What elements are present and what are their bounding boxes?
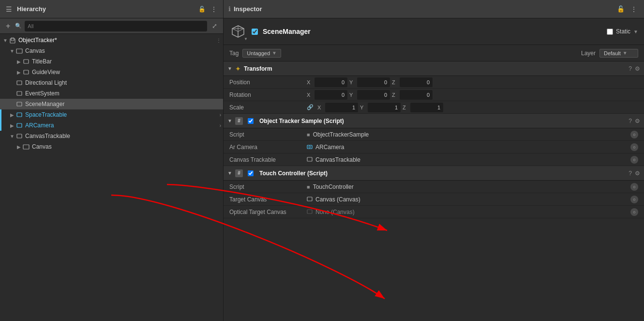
scale-link-icon[interactable]: 🔗 <box>307 104 314 110</box>
hamburger-icon[interactable]: ☰ <box>4 4 14 14</box>
targetcanvas-circle-btn[interactable]: ○ <box>630 196 638 203</box>
tc-script-field-value: ■ TouchController ○ <box>307 183 638 191</box>
rotation-x-input[interactable] <box>315 90 347 100</box>
transform-settings-icon[interactable]: ⚙ <box>635 65 640 72</box>
expand-icon[interactable]: ⤢ <box>210 21 219 31</box>
tree-item-titlebar[interactable]: ▶ TitleBar <box>0 56 223 67</box>
search-icon: 🔍 <box>15 23 22 29</box>
layer-dropdown[interactable]: Default ▼ <box>599 49 638 58</box>
script-circle-btn[interactable]: ○ <box>630 131 638 138</box>
objecttracker-section-header[interactable]: ▼ # Object Tracker Sample (Script) ? ⚙ <box>224 114 644 128</box>
cube-icon-arcamera <box>15 122 23 129</box>
rotation-z-input[interactable] <box>400 90 433 100</box>
scale-z-input[interactable] <box>410 103 443 112</box>
tree-container: ▼ ObjectTracker* ⋮ ▼ Canvas ▶ <box>0 34 223 321</box>
lock-icon-inspector[interactable]: 🔓 <box>617 5 625 13</box>
rotation-y-input[interactable] <box>357 90 390 100</box>
tree-item-canvas1[interactable]: ▼ Canvas <box>0 46 223 56</box>
touchcontroller-script-title: Touch Controller (Script) <box>259 170 626 177</box>
rotation-label: Rotation <box>229 92 307 98</box>
label-canvastrackable: CanvasTrackable <box>25 133 70 139</box>
objecttracker-help: ? ⚙ <box>629 118 640 124</box>
search-input[interactable] <box>25 21 207 31</box>
tree-item-canvas2[interactable]: ▶ Canvas <box>0 141 223 152</box>
script-value: ObjectTrackerSample <box>313 131 369 138</box>
canvastrackable-circle-btn[interactable]: ○ <box>630 156 638 164</box>
scale-y-input[interactable] <box>368 103 401 112</box>
search-bar: + 🔍 ⤢ <box>0 18 223 34</box>
touchcontroller-section-header[interactable]: ▼ # Touch Controller (Script) ? ⚙ <box>224 166 644 181</box>
tree-item-guideview[interactable]: ▶ GuideView <box>0 67 223 77</box>
script-label: Script <box>229 131 307 138</box>
touchcontroller-help-icon[interactable]: ? <box>629 170 632 177</box>
svg-rect-18 <box>307 157 312 161</box>
arcamera-field-value: ARCamera ○ <box>307 143 638 151</box>
static-checkbox[interactable] <box>607 29 613 35</box>
object-active-checkbox[interactable] <box>252 29 258 35</box>
opticaltarget-circle-btn[interactable]: ○ <box>630 208 638 216</box>
expand-spacetrackable[interactable]: › <box>220 112 221 118</box>
tag-layer-row: Tag Untagged ▼ Layer Default ▼ <box>224 45 644 61</box>
script-field-value: ■ ObjectTrackerSample ○ <box>307 131 638 138</box>
opticaltarget-field-value: None (Canvas) ○ <box>307 208 638 216</box>
tree-item-objecttracker[interactable]: ▼ ObjectTracker* ⋮ <box>0 35 223 46</box>
object-header: ▼ SceneManager Static ▼ <box>224 18 644 45</box>
scale-x-label: X <box>317 105 323 110</box>
targetcanvas-value: Canvas (Canvas) <box>315 196 360 203</box>
objecttracker-help-icon[interactable]: ? <box>629 118 632 124</box>
arcamera-circle-btn[interactable]: ○ <box>630 143 638 151</box>
label-arcamera: ARCamera <box>25 122 54 129</box>
lock-icon[interactable]: 🔓 <box>198 6 206 13</box>
tree-item-directionallight[interactable]: ▶ Directional Light <box>0 77 223 88</box>
position-z-input[interactable] <box>400 77 433 87</box>
touchcontroller-checkbox[interactable] <box>248 170 254 176</box>
rotation-row: Rotation X Y Z <box>224 89 644 101</box>
arrow-canvas2: ▶ <box>15 144 22 150</box>
expand-arcamera[interactable]: › <box>220 123 221 128</box>
add-icon[interactable]: + <box>4 21 12 31</box>
scale-x-input[interactable] <box>325 103 358 112</box>
opticaltarget-field-row: Optical Target Canvas None (Canvas) ○ <box>224 206 644 218</box>
layer-value: Default <box>604 50 621 56</box>
cube-icon-titlebar <box>22 58 30 65</box>
scale-row: Scale 🔗 X Y Z <box>224 101 644 114</box>
canvastrackable-label: Canvas Trackable <box>229 156 307 163</box>
layer-label: Layer <box>581 50 596 57</box>
position-x-input[interactable] <box>315 77 347 87</box>
transform-help-icon[interactable]: ? <box>629 65 632 72</box>
tree-item-spacetrackable[interactable]: ▶ SpaceTrackable › <box>0 109 223 120</box>
tag-dropdown[interactable]: Untagged ▼ <box>242 49 281 58</box>
tree-item-scenemanager[interactable]: ▶ SceneManager <box>0 99 223 109</box>
cube-icon-objecttracker <box>9 36 16 44</box>
arrow-guideview: ▶ <box>15 70 22 75</box>
rotation-x-label: X <box>307 92 313 98</box>
position-y-input[interactable] <box>357 77 390 87</box>
cube-icon-scenemanager <box>15 100 23 108</box>
objecttracker-settings-icon[interactable]: ⚙ <box>635 118 640 124</box>
cube-icon-canvas1 <box>15 47 23 55</box>
arrow-canvastrackable: ▼ <box>9 134 15 139</box>
svg-rect-7 <box>17 102 22 106</box>
more-options-icon-inspector[interactable]: ⋮ <box>629 4 639 14</box>
label-objecttracker: ObjectTracker* <box>18 37 57 44</box>
objecttracker-checkbox[interactable] <box>248 118 254 124</box>
canvastrackable-field-row: Canvas Trackable CanvasTrackable ○ <box>224 153 644 166</box>
static-dropdown-arrow[interactable]: ▼ <box>633 29 638 34</box>
opticaltarget-label: Optical Target Canvas <box>229 209 307 215</box>
svg-rect-2 <box>16 49 22 53</box>
arcamera-field-row: Ar Camera ARCamera ○ <box>224 141 644 153</box>
cube-icon-spacetrackable <box>15 111 23 119</box>
transform-section-header[interactable]: ▼ ✦ Transform ? ⚙ <box>224 61 644 76</box>
targetcanvas-field-icon <box>307 196 313 203</box>
tree-item-eventsystem[interactable]: ▶ EventSystem <box>0 88 223 99</box>
svg-rect-11 <box>23 145 29 149</box>
targetcanvas-field-value: Canvas (Canvas) ○ <box>307 196 638 203</box>
arrow-arcamera: ▶ <box>9 123 15 128</box>
objecttracker-arrow: ▼ <box>227 118 232 123</box>
more-options-icon[interactable]: ⋮ <box>209 4 219 14</box>
tree-item-canvastrackable[interactable]: ▼ CanvasTrackable <box>0 131 223 141</box>
touchcontroller-settings-icon[interactable]: ⚙ <box>635 170 640 177</box>
tc-script-circle-btn[interactable]: ○ <box>630 183 638 191</box>
tree-item-arcamera[interactable]: ▶ ARCamera › <box>0 120 223 131</box>
menu-icon-objecttracker[interactable]: ⋮ <box>216 38 221 43</box>
